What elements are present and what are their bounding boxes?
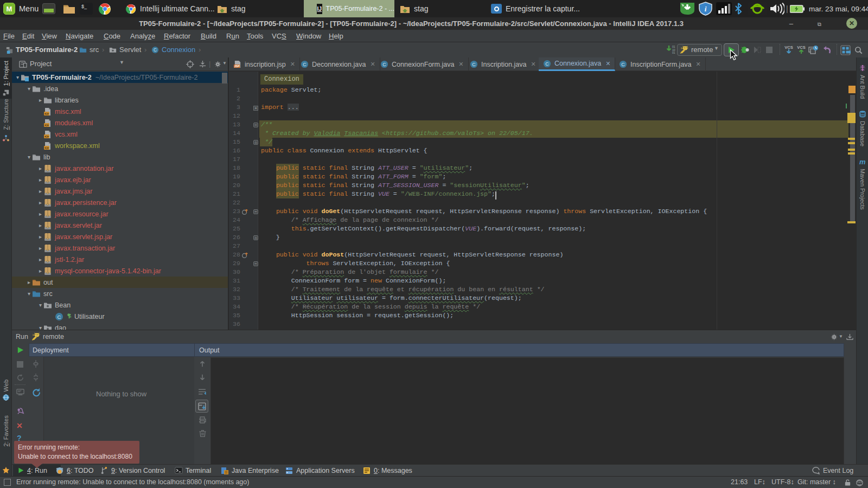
svg-text:VCS: VCS bbox=[797, 45, 805, 50]
svg-text:i: i bbox=[705, 5, 707, 13]
svg-text:VCS: VCS bbox=[784, 45, 793, 50]
svg-text:01: 01 bbox=[672, 51, 675, 54]
